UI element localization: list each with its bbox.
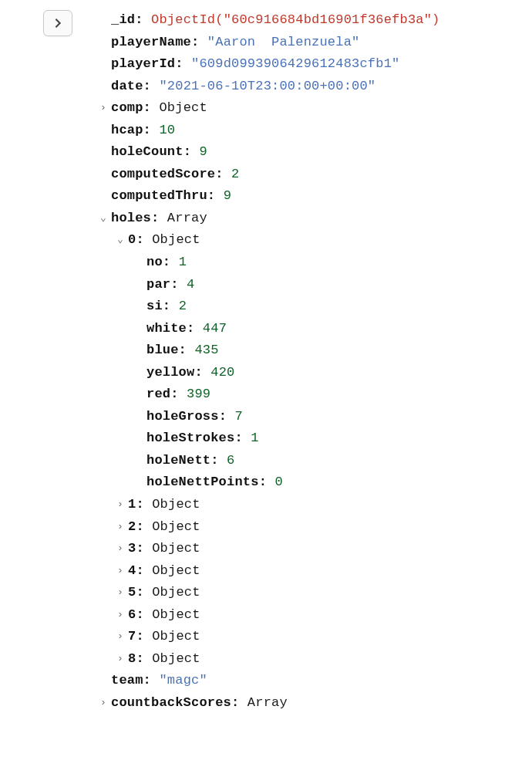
- field-comp[interactable]: ›comp: Object: [100, 97, 440, 120]
- field-holes-3[interactable]: ›3: Object: [100, 538, 440, 560]
- field-holes-0-no[interactable]: no: 1: [100, 252, 440, 274]
- field-computedScore[interactable]: computedScore: 2: [100, 164, 440, 186]
- chevron-right-icon[interactable]: ›: [100, 100, 111, 117]
- field-playerName[interactable]: playerName: "Aaron Palenzuela": [100, 32, 440, 54]
- document-tree: _id: ObjectId("60c916684bd16901f36efb3a"…: [100, 9, 440, 715]
- chevron-right-icon[interactable]: ›: [100, 694, 111, 711]
- field-holes-0-red[interactable]: red: 399: [100, 384, 440, 406]
- field-holes-0-holeGross[interactable]: holeGross: 7: [100, 406, 440, 428]
- field-id[interactable]: _id: ObjectId("60c916684bd16901f36efb3a"…: [100, 9, 440, 32]
- field-hcap[interactable]: hcap: 10: [100, 120, 440, 142]
- field-date[interactable]: date: "2021-06-10T23:00:00+00:00": [100, 76, 440, 98]
- chevron-right-icon[interactable]: ›: [117, 540, 128, 557]
- chevron-right-icon[interactable]: ›: [117, 607, 128, 623]
- field-holes-0-white[interactable]: white: 447: [100, 318, 440, 340]
- field-holes[interactable]: ⌄holes: Array: [100, 208, 440, 230]
- field-holes-0-si[interactable]: si: 2: [100, 296, 440, 318]
- chevron-right-icon[interactable]: ›: [117, 496, 128, 513]
- field-holes-0-holeNett[interactable]: holeNett: 6: [100, 450, 440, 472]
- field-holes-0[interactable]: ⌄0: Object: [100, 229, 440, 252]
- field-holes-0-holeNettPoints[interactable]: holeNettPoints: 0: [100, 471, 440, 494]
- field-countbackScores[interactable]: ›countbackScores: Array: [100, 692, 440, 715]
- field-holes-4[interactable]: ›4: Object: [100, 560, 440, 583]
- field-holes-0-yellow[interactable]: yellow: 420: [100, 362, 440, 384]
- field-holeCount[interactable]: holeCount: 9: [100, 141, 440, 164]
- chevron-down-icon[interactable]: ⌄: [100, 210, 111, 227]
- field-holes-0-par[interactable]: par: 4: [100, 274, 440, 296]
- chevron-down-icon[interactable]: ⌄: [117, 231, 128, 248]
- field-holes-6[interactable]: ›6: Object: [100, 604, 440, 627]
- field-holes-7[interactable]: ›7: Object: [100, 626, 440, 648]
- chevron-right-icon[interactable]: ›: [117, 519, 128, 536]
- chevron-right-icon[interactable]: ›: [117, 563, 128, 579]
- field-holes-0-blue[interactable]: blue: 435: [100, 340, 440, 362]
- chevron-right-icon[interactable]: ›: [117, 650, 128, 667]
- field-holes-1[interactable]: ›1: Object: [100, 494, 440, 516]
- field-holes-5[interactable]: ›5: Object: [100, 582, 440, 604]
- chevron-right-icon: [52, 18, 63, 29]
- field-team[interactable]: team: "magc": [100, 670, 440, 692]
- chevron-right-icon[interactable]: ›: [117, 628, 128, 645]
- field-computedThru[interactable]: computedThru: 9: [100, 185, 440, 208]
- chevron-right-icon[interactable]: ›: [117, 584, 128, 601]
- field-holes-8[interactable]: ›8: Object: [100, 648, 440, 671]
- field-holes-0-holeStrokes[interactable]: holeStrokes: 1: [100, 427, 440, 450]
- expand-document-button[interactable]: [43, 10, 72, 36]
- field-playerId[interactable]: playerId: "609d0993906429612483cfb1": [100, 53, 440, 76]
- document-tree-container: _id: ObjectId("60c916684bd16901f36efb3a"…: [0, 0, 532, 721]
- field-holes-2[interactable]: ›2: Object: [100, 516, 440, 539]
